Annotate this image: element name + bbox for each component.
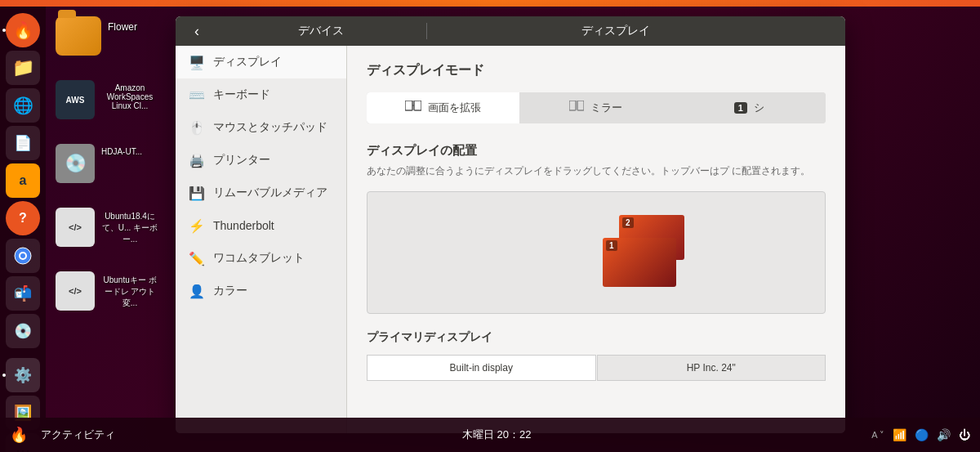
dock-item-amazon[interactable]: a bbox=[6, 163, 40, 198]
sidebar-mouse-label: マウスとタッチパッド bbox=[213, 120, 327, 135]
svg-rect-3 bbox=[405, 101, 412, 110]
wifi-icon[interactable]: 📶 bbox=[893, 428, 906, 441]
color-icon: 👤 bbox=[189, 283, 205, 299]
desktop-icon-hdja[interactable]: 💿 HDJA-UT... bbox=[52, 141, 170, 186]
tab-single-badge: 1 bbox=[734, 102, 747, 114]
power-icon[interactable]: ⏻ bbox=[959, 428, 970, 441]
sidebar-display-label: ディスプレイ bbox=[213, 55, 282, 69]
clock: 木曜日 20：22 bbox=[462, 427, 532, 442]
extend-icon bbox=[405, 101, 421, 115]
sidebar-color-label: カラー bbox=[213, 284, 247, 298]
sidebar-item-color[interactable]: 👤 カラー bbox=[176, 275, 346, 307]
keyboard-indicator[interactable]: A ˅ bbox=[871, 430, 884, 441]
thunderbolt-icon: ⚡ bbox=[189, 217, 205, 234]
svg-rect-6 bbox=[569, 101, 576, 110]
desktop-icons-area: Flower AWS Amazon WorkSpaces Linux Cl...… bbox=[46, 7, 176, 320]
display-mode-title: ディスプレイモード bbox=[367, 62, 826, 79]
primary-display-title: プライマリディスプレイ bbox=[367, 330, 826, 345]
volume-icon[interactable]: 🔊 bbox=[937, 428, 951, 441]
monitor-2-label: 2 bbox=[622, 217, 634, 228]
tab-extend-label: 画面を拡張 bbox=[428, 101, 481, 115]
settings-content: ディスプレイモード 画面を拡張 bbox=[347, 46, 845, 433]
dock-item-drive[interactable]: 💿 bbox=[6, 314, 40, 348]
title-display: ディスプレイ bbox=[427, 24, 804, 38]
tab-single[interactable]: 1 シ bbox=[673, 92, 826, 123]
sidebar-keyboard-label: キーボード bbox=[213, 87, 270, 102]
bluetooth-icon[interactable]: 🔵 bbox=[915, 428, 929, 441]
monitor-1-label: 1 bbox=[606, 240, 617, 251]
settings-body: 🖥️ ディスプレイ ⌨️ キーボード 🖱️ マウスとタッチパッド 🖨️ プリンタ… bbox=[176, 46, 845, 433]
dock-item-files[interactable]: 📁 bbox=[6, 51, 40, 85]
taskbar: 🔥 アクティビティ 木曜日 20：22 A ˅ 📶 🔵 🔊 ⏻ bbox=[0, 418, 980, 452]
tab-mirror[interactable]: ミラー bbox=[519, 92, 672, 123]
sidebar-item-keyboard[interactable]: ⌨️ キーボード bbox=[176, 78, 346, 111]
mirror-icon bbox=[569, 101, 584, 115]
sidebar-wacom-label: ワコムタブレット bbox=[213, 251, 305, 266]
dock-item-settings[interactable]: ⚙️ bbox=[6, 358, 40, 392]
mouse-icon: 🖱️ bbox=[189, 119, 205, 136]
title-devices: デバイス bbox=[216, 24, 426, 38]
display-tab-hp[interactable]: HP Inc. 24" bbox=[597, 355, 826, 381]
dock-item-browser[interactable]: 🌐 bbox=[6, 88, 40, 123]
removable-icon: 💾 bbox=[189, 185, 205, 201]
settings-window: ‹ デバイス ディスプレイ 🖥️ ディスプレイ ⌨️ キーボード 🖱️ マウスと… bbox=[176, 16, 845, 433]
dock-item-ubuntu[interactable]: 🔥 bbox=[6, 13, 40, 47]
svg-rect-7 bbox=[577, 101, 584, 110]
display-tab-builtin[interactable]: Built-in display bbox=[367, 355, 596, 381]
svg-rect-4 bbox=[414, 101, 421, 110]
flower-label: Flower bbox=[108, 21, 137, 33]
ubuntu-doc1-label: Ubuntu18.4にて、U... キーボー... bbox=[101, 211, 158, 245]
hdja-label: HDJA-UT... bbox=[101, 147, 142, 156]
arrangement-title: ディスプレイの配置 bbox=[367, 143, 826, 159]
sidebar-printer-label: プリンター bbox=[213, 153, 270, 168]
svg-point-2 bbox=[20, 253, 25, 258]
amazon-workspace-label: Amazon WorkSpaces Linux Cl... bbox=[101, 83, 158, 110]
tab-mirror-label: ミラー bbox=[590, 101, 622, 115]
sidebar-item-printer[interactable]: 🖨️ プリンター bbox=[176, 144, 346, 177]
taskbar-right: A ˅ 📶 🔵 🔊 ⏻ bbox=[871, 428, 970, 441]
display-icon: 🖥️ bbox=[189, 54, 205, 70]
desktop-icon-flower[interactable]: Flower bbox=[52, 13, 170, 59]
tab-extend[interactable]: 画面を拡張 bbox=[367, 92, 519, 123]
sidebar-item-removable[interactable]: 💾 リムーバブルメディア bbox=[176, 177, 346, 209]
arrangement-desc: あなたの調整に合うようにディスプレイをドラッグしてください。トップバーはプ に配… bbox=[367, 163, 826, 178]
title-section: デバイス ディスプレイ bbox=[176, 23, 845, 39]
sidebar-thunderbolt-label: Thunderbolt bbox=[213, 219, 274, 232]
activities-button[interactable]: アクティビティ bbox=[34, 424, 122, 445]
keyboard-icon: ⌨️ bbox=[189, 87, 205, 103]
dock: 🔥 📁 🌐 📄 a ? 📬 💿 ⚙️ bbox=[0, 7, 46, 418]
settings-titlebar: ‹ デバイス ディスプレイ bbox=[176, 16, 845, 46]
display-arrangement-box: 2 1 bbox=[367, 191, 826, 314]
top-bar bbox=[0, 0, 980, 7]
taskbar-left: 🔥 アクティビティ bbox=[10, 424, 122, 445]
monitor-1[interactable]: 1 bbox=[603, 238, 676, 287]
settings-sidebar: 🖥️ ディスプレイ ⌨️ キーボード 🖱️ マウスとタッチパッド 🖨️ プリンタ… bbox=[176, 46, 347, 433]
printer-icon: 🖨️ bbox=[189, 152, 205, 168]
sidebar-item-wacom[interactable]: ✏️ ワコムタブレット bbox=[176, 242, 346, 275]
sidebar-item-thunderbolt[interactable]: ⚡ Thunderbolt bbox=[176, 209, 346, 242]
hp-display-label: HP Inc. 24" bbox=[687, 362, 736, 374]
sidebar-item-mouse[interactable]: 🖱️ マウスとタッチパッド bbox=[176, 111, 346, 144]
dock-item-chromium[interactable] bbox=[6, 239, 40, 273]
display-selector: Built-in display HP Inc. 24" bbox=[367, 355, 826, 381]
taskbar-center: 木曜日 20：22 bbox=[122, 427, 871, 442]
desktop-icon-ubuntu-doc2[interactable]: </> Ubuntuキー ボードレ アウト変... bbox=[52, 268, 170, 314]
dock-item-doc[interactable]: 📄 bbox=[6, 126, 40, 160]
display-mode-tabs: 画面を拡張 ミラー 1 シ bbox=[367, 92, 826, 123]
wacom-icon: ✏️ bbox=[189, 250, 205, 266]
sidebar-removable-label: リムーバブルメディア bbox=[213, 186, 327, 200]
desktop-icon-ubuntu-doc1[interactable]: </> Ubuntu18.4にて、U... キーボー... bbox=[52, 204, 170, 250]
back-button[interactable]: ‹ bbox=[185, 20, 208, 43]
dock-item-help[interactable]: ? bbox=[6, 201, 40, 235]
desktop-icon-amazon[interactable]: AWS Amazon WorkSpaces Linux Cl... bbox=[52, 77, 170, 123]
sidebar-item-display[interactable]: 🖥️ ディスプレイ bbox=[176, 46, 346, 78]
dock-item-mail[interactable]: 📬 bbox=[6, 276, 40, 311]
builtin-display-label: Built-in display bbox=[450, 362, 513, 374]
tab-single-label: シ bbox=[754, 101, 764, 115]
ubuntu-doc2-label: Ubuntuキー ボードレ アウト変... bbox=[101, 275, 158, 309]
